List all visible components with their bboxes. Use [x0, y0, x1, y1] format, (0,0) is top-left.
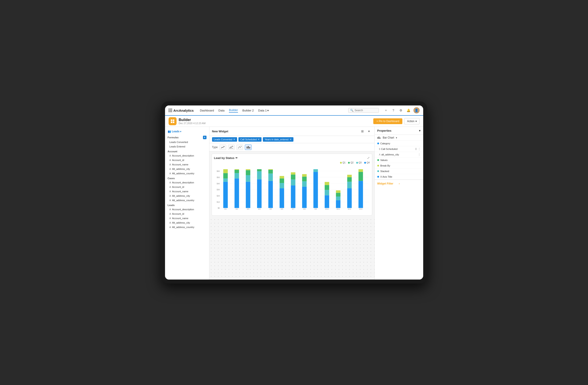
sidebar-leads-name[interactable]: AAccount_name [165, 216, 209, 221]
properties-stacked[interactable]: Stacked [375, 169, 423, 174]
svg-text:W4: W4 [258, 208, 260, 210]
settings-icon[interactable]: ⚙ [398, 108, 404, 113]
search-bar[interactable]: 🔍 [348, 108, 379, 113]
svg-text:$40: $40 [217, 182, 220, 185]
svg-text:W9: W9 [314, 208, 317, 210]
properties-category[interactable]: Category [375, 141, 423, 146]
sidebar-leads-section: Leads [165, 203, 209, 207]
values-dot [377, 159, 379, 161]
legend-q4: Q4 [364, 161, 370, 164]
properties-collapse-icon[interactable]: ▾ [419, 129, 420, 132]
svg-text:W8: W8 [303, 208, 305, 210]
sidebar-leads-id[interactable]: AAccount_id [165, 212, 209, 216]
properties-alt-address-city[interactable]: A alt_address_city ⋮ [375, 152, 423, 158]
avatar[interactable]: 👤 [413, 107, 420, 113]
widget-collapse-button[interactable]: ▾ [366, 129, 372, 134]
svg-text:W5: W5 [269, 208, 272, 210]
sidebar-account-desc[interactable]: AAccount_description [165, 153, 209, 158]
expand-chart-icon[interactable]: ⤢ [367, 156, 370, 160]
svg-rect-31 [234, 179, 239, 208]
remove-call-scheduled-tag[interactable]: ✕ [257, 138, 260, 141]
nav-builder2[interactable]: Builder 2 [242, 109, 254, 112]
remove-leads-converted-tag[interactable]: ✕ [233, 138, 235, 141]
sidebar-cases-id[interactable]: AAccount_id [165, 185, 209, 189]
sidebar-cases-section: Cases [165, 176, 209, 180]
stacked-dot [377, 170, 379, 172]
search-input[interactable] [355, 109, 377, 112]
svg-text:W7: W7 [292, 208, 294, 210]
sidebar-cases-name[interactable]: AAccount_name [165, 189, 209, 194]
widget-title: New Widget [212, 130, 358, 133]
edit-chart-title-icon[interactable]: ✏ [235, 157, 238, 159]
nav-icon-group: ＋ ? ⚙ 🔔 👤 [383, 107, 420, 113]
svg-rect-55 [291, 185, 295, 208]
sidebar-account-id[interactable]: AAccount_id [165, 158, 209, 162]
svg-rect-83 [358, 181, 363, 208]
sidebar-account-country[interactable]: AAlt_address_country [165, 171, 209, 176]
properties-break-by[interactable]: Break By [375, 163, 423, 169]
sidebar-leads-country[interactable]: AAlt_address_country [165, 225, 209, 229]
sidebar-leads-city[interactable]: AAlt_address_city [165, 221, 209, 225]
screen: ArcAnalytics Dashboard Data Builder Buil… [165, 106, 423, 279]
svg-rect-58 [291, 172, 295, 175]
sidebar-leads-desc[interactable]: AAccount_description [165, 207, 209, 212]
legend-q2-dot [348, 162, 350, 164]
svg-rect-3 [173, 121, 174, 123]
svg-rect-38 [246, 170, 250, 175]
widget-add-button[interactable]: ⊞ [360, 129, 365, 134]
remove-years-tag[interactable]: ✕ [290, 138, 292, 141]
center-panel: New Widget ⊞ ▾ Leads Converted ✕ Call Sc… [209, 127, 374, 279]
help-icon[interactable]: ? [391, 108, 396, 113]
filter-icon[interactable]: ⊻ [415, 147, 417, 151]
filter-tag-years[interactable]: Years in date_entered ✕ [263, 137, 293, 142]
properties-header: Properties ▾ [375, 127, 423, 135]
svg-text:$0: $0 [218, 207, 220, 209]
scatter-chart-btn[interactable] [236, 145, 243, 150]
break-by-dot [377, 165, 379, 166]
sidebar-account-city[interactable]: AAlt_address_city [165, 167, 209, 171]
add-icon[interactable]: ＋ [383, 108, 389, 113]
sidebar-item-leads-entered[interactable]: Leads Entered [165, 144, 209, 149]
properties-values[interactable]: Values [375, 158, 423, 163]
line-chart-btn[interactable] [220, 145, 226, 150]
notifications-icon[interactable]: 🔔 [406, 108, 411, 113]
svg-rect-74 [336, 197, 340, 200]
svg-rect-45 [268, 181, 273, 208]
bar-chart-btn[interactable] [245, 145, 252, 150]
svg-text:W3: W3 [247, 208, 249, 210]
more-icon[interactable]: ⋮ [418, 147, 420, 151]
svg-rect-79 [347, 182, 352, 188]
svg-rect-2 [171, 121, 172, 123]
sidebar-cases-desc[interactable]: AAccount_description [165, 180, 209, 185]
properties-call-scheduled[interactable]: $ Call Scheduled ⊻ ⋮ [375, 146, 423, 152]
properties-x-axis[interactable]: X Axis Title [375, 174, 423, 180]
sidebar-cases-country[interactable]: AAlt_address_country [165, 198, 209, 203]
nav-logo: ArcAnalytics [168, 109, 194, 112]
sidebar-cases-city[interactable]: AAlt_address_city [165, 194, 209, 198]
area-chart-btn[interactable] [228, 145, 235, 150]
svg-rect-57 [291, 175, 295, 180]
category-dot [377, 142, 379, 144]
svg-text:$10: $10 [217, 201, 220, 203]
widget-filter-row[interactable]: Widget Filter › [375, 180, 423, 187]
svg-rect-62 [302, 177, 307, 181]
main-content: 👥 Leads ▾ Formulas + Leads Converted Lea… [165, 127, 423, 279]
filter-tag-call-scheduled[interactable]: Call Scheduled ✕ [238, 137, 261, 142]
nav-data[interactable]: Data [218, 109, 225, 112]
sidebar-account-name[interactable]: AAccount_name [165, 162, 209, 167]
pin-to-dashboard-button[interactable]: + Pin to Dashboard [373, 118, 402, 124]
sidebar-leads-header[interactable]: 👥 Leads ▾ [165, 129, 209, 134]
add-formula-button[interactable]: + [203, 136, 207, 139]
chart-type-selector[interactable]: Bar Chart ▾ [375, 135, 423, 141]
svg-rect-81 [347, 175, 352, 177]
widget-header: New Widget ⊞ ▾ [209, 127, 374, 136]
nav-data1[interactable]: Data 1 ▾ [258, 109, 269, 112]
nav-dashboard[interactable]: Dashboard [200, 109, 214, 112]
action-button[interactable]: Action ▾ [404, 118, 420, 124]
sidebar-item-leads-converted[interactable]: Leads Converted [165, 140, 209, 144]
svg-rect-73 [336, 200, 340, 208]
filter-tag-leads-converted[interactable]: Leads Converted ✕ [212, 137, 237, 142]
svg-text:W11: W11 [336, 208, 340, 210]
nav-builder[interactable]: Builder [229, 108, 238, 113]
more-alt-icon[interactable]: ⋮ [418, 153, 420, 156]
